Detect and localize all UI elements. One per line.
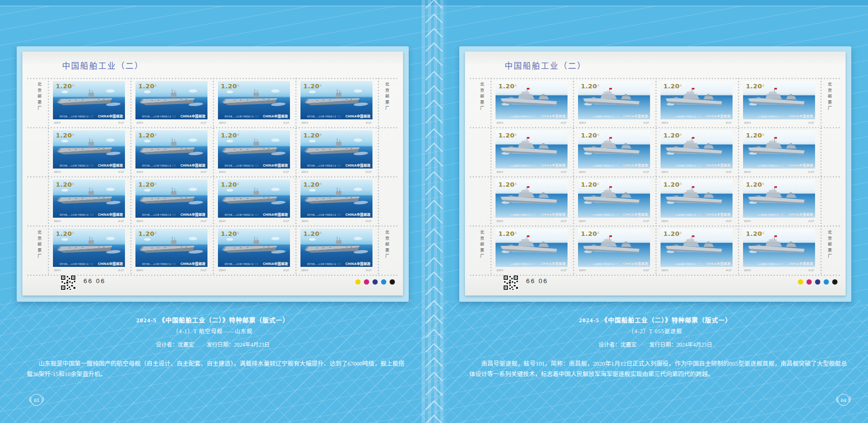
destroyer-illustration: [745, 186, 813, 211]
stamp-subject-microtext: 航空母舰——山东舰 中国船舶工业（二）: [225, 213, 259, 216]
aircraft-carrier-illustration: [303, 235, 371, 260]
stamp-denomination: 1.20元: [746, 83, 765, 90]
stamp-denomination: 1.20元: [581, 181, 599, 188]
stamp-sequence-number: (4-1)T: [283, 269, 289, 272]
color-dot: [381, 279, 386, 285]
stamp-sequence-number: (4-1)T: [201, 269, 207, 272]
sheet-number: 66 06: [83, 277, 105, 285]
stamp-denomination: 1.20元: [138, 181, 157, 188]
destroyer-illustration: [663, 186, 731, 211]
stamp-picture: 1.20元 055驱逐舰 中国船舶工业（二） CHINA中国邮政: [661, 180, 733, 218]
stamp-denomination: 1.20元: [56, 83, 74, 90]
destroyer-illustration: [663, 235, 731, 260]
stamp: 1.20元 航空母舰——山东舰 中国船舶工业（二） CHINA中国邮政 2024…: [48, 78, 130, 127]
stamp: 1.20元 055驱逐舰 中国船舶工业（二） CHINA中国邮政 2024-5 …: [738, 225, 820, 275]
stamp: 1.20元 055驱逐舰 中国船舶工业（二） CHINA中国邮政 2024-5 …: [573, 127, 655, 176]
stamp-issue-number: 2024-5: [54, 269, 61, 272]
stamp-issue-number: 2024-5: [744, 122, 751, 124]
caption-issue-title: 2024-5 《中国船舶工业（二）》特种邮票（版式一）: [17, 315, 409, 324]
stamp-picture: 1.20元 055驱逐舰 中国船舶工业（二） CHINA中国邮政: [661, 229, 733, 267]
perforation-column: [378, 78, 379, 276]
printer-imprint: 北京邮票厂: [478, 230, 485, 260]
stamp-subject-microtext: 航空母舰——山东舰 中国船舶工业（二）: [142, 213, 177, 216]
stamp-country-text: CHINA中国邮政: [98, 212, 123, 217]
aircraft-carrier-illustration: [138, 137, 206, 162]
stamp-subject-microtext: 航空母舰——山东舰 中国船舶工业（二）: [225, 115, 259, 118]
caption-issue-date: 发行日期：2024年4月23日: [649, 342, 712, 348]
aircraft-carrier-illustration: [138, 235, 206, 260]
stamp-issue-number: 2024-5: [744, 269, 751, 272]
stamp-picture: 1.20元 航空母舰——山东舰 中国船舶工业（二） CHINA中国邮政: [53, 229, 125, 267]
stamp-caption: 2024-5 《中国船舶工业（二）》特种邮票（版式一） （4-1）T 航空母舰—…: [17, 315, 409, 353]
stamp-denomination: 1.20元: [663, 230, 682, 237]
stamp-picture: 1.20元 航空母舰——山东舰 中国船舶工业（二） CHINA中国邮政: [135, 180, 207, 218]
stamp: 1.20元 航空母舰——山东舰 中国船舶工业（二） CHINA中国邮政 2024…: [295, 78, 378, 127]
right-page: 中国船舶工业（二） 北京邮票厂 北京邮票厂 北京邮票厂 北京邮票厂: [443, 0, 867, 423]
stamp-subject-microtext: 055驱逐舰 中国船舶工业（二）: [510, 115, 537, 118]
stamp-subject-microtext: 055驱逐舰 中国船舶工业（二）: [510, 263, 537, 265]
color-dot: [824, 279, 829, 285]
stamp: 1.20元 航空母舰——山东舰 中国船舶工业（二） CHINA中国邮政 2024…: [213, 127, 295, 176]
stamp-sheet-panel: 中国船舶工业（二） 北京邮票厂 北京邮票厂 北京邮票厂 北京邮票厂: [459, 46, 851, 302]
stamp-sequence-number: (4-1)T: [366, 269, 372, 272]
stamp-issue-number: 2024-5: [661, 220, 668, 222]
stamp-sequence-number: (4-2)T: [808, 122, 814, 124]
stamp-denomination: 1.20元: [498, 181, 517, 188]
stamp-subject-microtext: 航空母舰——山东舰 中国船舶工业（二）: [142, 164, 177, 167]
stamp-picture: 1.20元 航空母舰——山东舰 中国船舶工业（二） CHINA中国邮政: [53, 130, 125, 169]
stamp-sequence-number: (4-1)T: [118, 220, 124, 222]
chevron-mark: [425, 415, 443, 423]
stamp-sequence-number: (4-2)T: [726, 269, 732, 272]
stamp: 1.20元 航空母舰——山东舰 中国船舶工业（二） CHINA中国邮政 2024…: [213, 176, 295, 225]
stamp-sequence-number: (4-1)T: [201, 171, 207, 173]
stamp-sheet: 中国船舶工业（二） 北京邮票厂 北京邮票厂 北京邮票厂 北京邮票厂: [465, 52, 846, 296]
stamp-subject-microtext: 航空母舰——山东舰 中国船舶工业（二）: [307, 263, 342, 265]
page-number: ( 04 ): [837, 394, 849, 406]
stamp-issue-number: 2024-5: [219, 220, 226, 222]
left-page: 中国船舶工业（二） 北京邮票厂 北京邮票厂 北京邮票厂 北京邮票厂: [0, 0, 424, 423]
stamp: 1.20元 航空母舰——山东舰 中国船舶工业（二） CHINA中国邮政 2024…: [295, 225, 378, 275]
stamp-picture: 1.20元 055驱逐舰 中国船舶工业（二） CHINA中国邮政: [496, 130, 568, 169]
destroyer-illustration: [498, 137, 566, 162]
stamp-sequence-number: (4-1)T: [283, 122, 289, 124]
stamp-subject-microtext: 055驱逐舰 中国船舶工业（二）: [675, 213, 702, 216]
stamp-subject-microtext: 航空母舰——山东舰 中国船舶工业（二）: [307, 115, 342, 118]
stamp: 1.20元 055驱逐舰 中国船舶工业（二） CHINA中国邮政 2024-5 …: [573, 225, 655, 275]
stamp-sequence-number: (4-2)T: [643, 171, 649, 173]
stamp-caption: 2024-5 《中国船舶工业（二）》特种邮票（版式一） （4-2）T 055驱逐…: [459, 315, 851, 353]
stamp: 1.20元 航空母舰——山东舰 中国船舶工业（二） CHINA中国邮政 2024…: [130, 78, 213, 127]
stamp-denomination: 1.20元: [581, 132, 599, 139]
qr-code: [61, 275, 76, 290]
stamp-denomination: 1.20元: [663, 132, 682, 139]
caption-stamp-name: （4-1）T 航空母舰——山东舰: [17, 327, 409, 335]
color-dot: [798, 279, 803, 285]
stamp-picture: 1.20元 航空母舰——山东舰 中国船舶工业（二） CHINA中国邮政: [53, 180, 125, 218]
stamp-subject-microtext: 055驱逐舰 中国船舶工业（二）: [510, 213, 537, 216]
stamp-issue-number: 2024-5: [136, 122, 143, 124]
stamp-picture: 1.20元 055驱逐舰 中国船舶工业（二） CHINA中国邮政: [578, 130, 650, 169]
color-dot: [390, 279, 395, 285]
stamp-issue-number: 2024-5: [301, 269, 308, 272]
color-dot: [815, 279, 820, 285]
stamp-country-text: CHINA中国邮政: [623, 114, 648, 118]
stamp-picture: 1.20元 航空母舰——山东舰 中国船舶工业（二） CHINA中国邮政: [53, 81, 125, 119]
stamp-sequence-number: (4-2)T: [726, 220, 732, 222]
stamp-sequence-number: (4-1)T: [283, 171, 289, 173]
stamp-subject-microtext: 航空母舰——山东舰 中国船舶工业（二）: [142, 263, 177, 265]
stamp-issue-number: 2024-5: [54, 122, 61, 124]
stamp-denomination: 1.20元: [663, 83, 682, 90]
stamp-subject-microtext: 航空母舰——山东舰 中国船舶工业（二）: [60, 263, 94, 265]
stamp-picture: 1.20元 055驱逐舰 中国船舶工业（二） CHINA中国邮政: [661, 130, 733, 169]
destroyer-illustration: [498, 186, 566, 211]
stamp: 1.20元 航空母舰——山东舰 中国船舶工业（二） CHINA中国邮政 2024…: [213, 78, 295, 127]
stamp-picture: 1.20元 055驱逐舰 中国船舶工业（二） CHINA中国邮政: [743, 81, 815, 119]
stamp-denomination: 1.20元: [138, 83, 157, 90]
stamp: 1.20元 055驱逐舰 中国船舶工业（二） CHINA中国邮政 2024-5 …: [490, 127, 573, 176]
printer-imprint: 北京邮票厂: [383, 82, 390, 112]
aircraft-carrier-illustration: [138, 87, 206, 113]
stamp-picture: 1.20元 航空母舰——山东舰 中国船舶工业（二） CHINA中国邮政: [300, 180, 372, 218]
aircraft-carrier-illustration: [55, 87, 123, 113]
stamp-denomination: 1.20元: [221, 181, 239, 188]
stamp-subject-microtext: 055驱逐舰 中国船舶工业（二）: [593, 115, 620, 118]
color-calibration-dots: [355, 279, 395, 285]
